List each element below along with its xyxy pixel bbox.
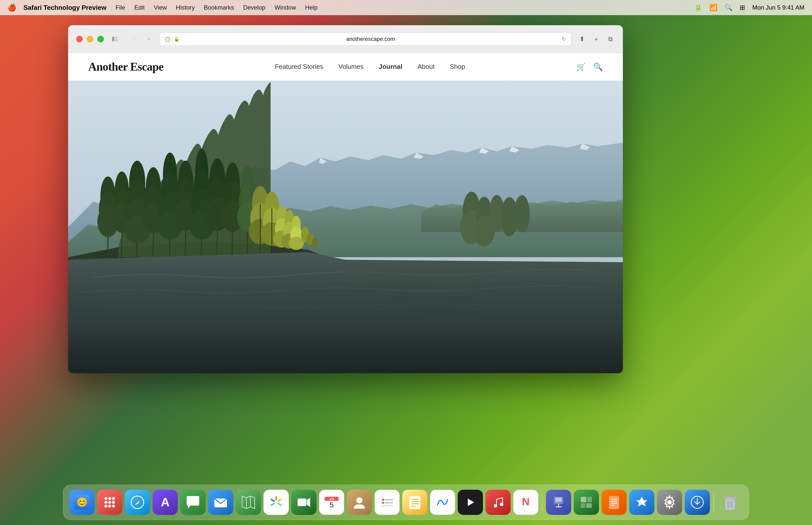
traffic-lights bbox=[76, 36, 104, 42]
svg-line-90 bbox=[271, 499, 274, 501]
control-center-icon[interactable]: ⊞ bbox=[740, 4, 745, 12]
svg-line-87 bbox=[279, 499, 281, 501]
menu-view[interactable]: View bbox=[154, 4, 167, 11]
dock-item-numbers[interactable] bbox=[574, 490, 599, 515]
dock-divider-2 bbox=[713, 494, 714, 511]
svg-rect-1 bbox=[115, 37, 118, 38]
menu-develop[interactable]: Develop bbox=[243, 4, 265, 11]
svg-point-67 bbox=[112, 497, 115, 500]
new-tab-button[interactable]: ＋ bbox=[591, 34, 601, 44]
dock-item-pages[interactable] bbox=[601, 490, 627, 515]
menu-history[interactable]: History bbox=[176, 4, 195, 11]
dock-item-mail[interactable] bbox=[208, 490, 233, 515]
forward-button[interactable]: › bbox=[144, 34, 153, 44]
svg-marker-92 bbox=[307, 498, 310, 507]
svg-rect-118 bbox=[587, 497, 592, 502]
svg-marker-109 bbox=[468, 498, 474, 506]
svg-point-111 bbox=[500, 502, 503, 506]
svg-rect-119 bbox=[581, 503, 585, 508]
dock-item-messages[interactable] bbox=[180, 490, 206, 515]
dock-item-facetime[interactable] bbox=[291, 490, 316, 515]
svg-point-110 bbox=[494, 504, 497, 508]
browser-chrome: ‹ › 📋 🔒 anotherescape.com ↻ ⬆ ＋ ⧉ bbox=[68, 25, 623, 53]
dock-item-settings[interactable] bbox=[657, 490, 682, 515]
svg-rect-133 bbox=[723, 497, 737, 498]
svg-rect-0 bbox=[112, 37, 114, 41]
site-header: Another Escape Featured Stories Volumes … bbox=[68, 53, 623, 81]
dock-item-finder[interactable]: 😊 bbox=[69, 490, 94, 515]
dock-item-appletv[interactable] bbox=[458, 490, 483, 515]
svg-point-100 bbox=[382, 502, 384, 504]
dock-item-calendar[interactable]: JUN 5 bbox=[319, 490, 344, 515]
dock-item-reminders[interactable] bbox=[375, 490, 400, 515]
dock-item-safari[interactable] bbox=[125, 490, 150, 515]
site-nav: Featured Stories Volumes Journal About S… bbox=[275, 63, 465, 71]
svg-rect-114 bbox=[556, 498, 561, 502]
menu-window[interactable]: Window bbox=[274, 4, 296, 11]
dock-item-trash[interactable] bbox=[718, 490, 743, 515]
svg-point-68 bbox=[104, 501, 107, 504]
svg-point-69 bbox=[108, 501, 111, 504]
nav-journal[interactable]: Journal bbox=[379, 63, 403, 71]
dock-item-freeform[interactable] bbox=[430, 490, 455, 515]
svg-text:5: 5 bbox=[330, 501, 334, 509]
menu-bookmarks[interactable]: Bookmarks bbox=[204, 4, 234, 11]
cart-icon[interactable]: 🛒 bbox=[576, 62, 586, 71]
fullscreen-button[interactable] bbox=[97, 36, 104, 42]
svg-rect-104 bbox=[409, 496, 420, 509]
nav-volumes[interactable]: Volumes bbox=[339, 63, 364, 71]
dock-item-keynote[interactable] bbox=[546, 490, 571, 515]
search-icon[interactable]: 🔍 bbox=[593, 62, 603, 71]
dock-divider bbox=[542, 494, 542, 511]
svg-text:😊: 😊 bbox=[76, 497, 88, 508]
nav-shop[interactable]: Shop bbox=[450, 63, 465, 71]
dock: 😊 A bbox=[63, 485, 749, 520]
reload-button[interactable]: ↻ bbox=[562, 36, 566, 42]
menu-help[interactable]: Help bbox=[305, 4, 317, 11]
app-name[interactable]: Safari Technology Preview bbox=[24, 4, 106, 12]
menu-edit[interactable]: Edit bbox=[134, 4, 145, 11]
svg-point-72 bbox=[108, 505, 111, 508]
dock-item-download[interactable] bbox=[685, 490, 710, 515]
dock-item-ia-writer[interactable]: A bbox=[153, 490, 178, 515]
dock-item-launchpad[interactable] bbox=[97, 490, 122, 515]
dock-item-appstore[interactable] bbox=[629, 490, 655, 515]
svg-point-65 bbox=[104, 497, 107, 500]
menubar-right: 🔋 📶 🔍 ⊞ Mon Jun 5 9:41 AM bbox=[694, 4, 805, 12]
dock-item-news[interactable]: N bbox=[513, 490, 538, 515]
menu-file[interactable]: File bbox=[116, 4, 125, 11]
dock-item-photos[interactable] bbox=[264, 490, 289, 515]
apple-menu[interactable]: 🍎 bbox=[7, 3, 16, 12]
website-content: Another Escape Featured Stories Volumes … bbox=[68, 53, 623, 373]
browser-actions: ⬆ ＋ ⧉ bbox=[577, 34, 615, 44]
dock-item-notes[interactable] bbox=[402, 490, 427, 515]
svg-marker-82 bbox=[242, 496, 255, 509]
url-text[interactable]: anotherescape.com bbox=[183, 36, 558, 42]
tab-overview-button[interactable]: ⧉ bbox=[606, 34, 615, 44]
address-bar[interactable]: 📋 🔒 anotherescape.com ↻ bbox=[160, 32, 571, 46]
svg-point-52 bbox=[289, 237, 304, 250]
minimize-button[interactable] bbox=[87, 36, 93, 42]
dock-item-maps[interactable] bbox=[236, 490, 261, 515]
svg-line-88 bbox=[271, 504, 274, 505]
share-button[interactable]: ⬆ bbox=[577, 34, 587, 44]
svg-rect-2 bbox=[115, 39, 118, 39]
site-header-actions: 🛒 🔍 bbox=[576, 62, 603, 71]
lock-icon: 🔒 bbox=[174, 36, 179, 42]
site-logo[interactable]: Another Escape bbox=[88, 60, 163, 73]
close-button[interactable] bbox=[76, 36, 83, 42]
browser-window: ‹ › 📋 🔒 anotherescape.com ↻ ⬆ ＋ ⧉ Anothe… bbox=[68, 25, 623, 373]
svg-point-97 bbox=[356, 497, 362, 503]
nav-about[interactable]: About bbox=[418, 63, 435, 71]
nav-featured-stories[interactable]: Featured Stories bbox=[275, 63, 323, 71]
svg-point-55 bbox=[312, 238, 318, 247]
svg-text:JUN: JUN bbox=[329, 498, 334, 500]
search-icon[interactable]: 🔍 bbox=[724, 4, 733, 12]
svg-rect-117 bbox=[581, 497, 586, 502]
sidebar-toggle-button[interactable] bbox=[110, 34, 120, 44]
dock-item-contacts[interactable] bbox=[347, 490, 372, 515]
menubar: 🍎 Safari Technology Preview File Edit Vi… bbox=[0, 0, 812, 15]
dock-item-music[interactable] bbox=[485, 490, 511, 515]
tab-icon: 📋 bbox=[165, 36, 170, 42]
back-button[interactable]: ‹ bbox=[130, 34, 139, 44]
